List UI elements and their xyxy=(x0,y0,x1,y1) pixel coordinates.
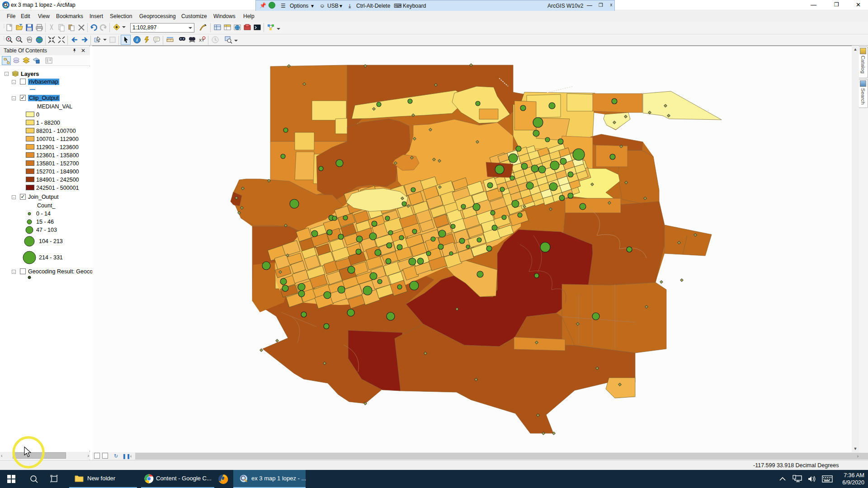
svg-text:XY: XY xyxy=(199,38,204,42)
